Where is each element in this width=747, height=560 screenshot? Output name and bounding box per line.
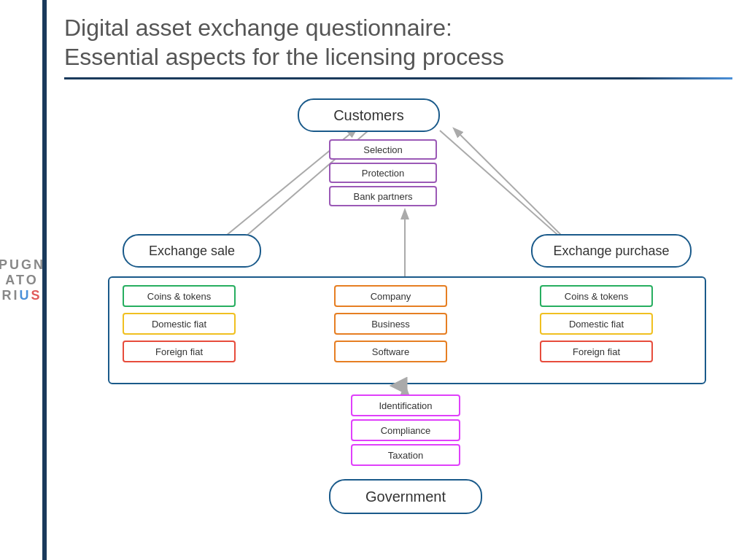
bank-partners-box: Bank partners	[329, 186, 437, 206]
header-divider	[64, 77, 732, 79]
header: Digital asset exchange questionnaire: Es…	[50, 0, 747, 85]
left-coins-tokens-label: Coins & tokens	[147, 291, 211, 302]
main-content: Digital asset exchange questionnaire: Es…	[50, 0, 747, 560]
left-items: Coins & tokens Domestic fiat Foreign fia…	[123, 285, 236, 362]
gov-subs: Identification Compliance Taxation	[351, 394, 460, 466]
left-coins-tokens-box: Coins & tokens	[123, 285, 236, 307]
page-title: Digital asset exchange questionnaire: Es…	[64, 13, 732, 71]
blue-divider-bar	[42, 0, 47, 560]
software-box: Software	[334, 341, 447, 362]
government-label: Government	[365, 489, 446, 505]
business-box: Business	[334, 313, 447, 335]
protection-box: Protection	[329, 163, 437, 183]
company-box: Company	[334, 285, 447, 307]
right-coins-tokens-label: Coins & tokens	[565, 291, 628, 302]
business-label: Business	[371, 319, 410, 330]
company-label: Company	[371, 291, 411, 302]
taxation-box: Taxation	[351, 444, 460, 466]
exchange-sale-box: Exchange sale	[123, 234, 261, 268]
left-foreign-fiat-label: Foreign fiat	[155, 346, 203, 357]
right-domestic-fiat-label: Domestic fiat	[569, 319, 624, 330]
compliance-box: Compliance	[351, 419, 460, 441]
left-domestic-fiat-label: Domestic fiat	[152, 319, 206, 330]
diagram: Customers Selection Protection Bank part…	[50, 88, 747, 533]
svg-line-1	[440, 131, 575, 250]
selection-label: Selection	[363, 144, 402, 155]
right-coins-tokens-box: Coins & tokens	[540, 285, 653, 307]
right-foreign-fiat-box: Foreign fiat	[540, 341, 653, 362]
right-items: Coins & tokens Domestic fiat Foreign fia…	[540, 285, 653, 362]
identification-label: Identification	[379, 400, 433, 411]
customers-label: Customers	[333, 107, 404, 124]
title-line1: Digital asset exchange questionnaire:	[64, 15, 452, 41]
customers-box: Customers	[298, 98, 440, 132]
customer-subs: Selection Protection Bank partners	[329, 139, 437, 206]
left-foreign-fiat-box: Foreign fiat	[123, 341, 236, 362]
software-label: Software	[372, 346, 409, 357]
logo: PUGN ATO RIUS	[0, 257, 45, 303]
compliance-label: Compliance	[381, 425, 431, 436]
right-foreign-fiat-label: Foreign fiat	[573, 346, 620, 357]
identification-box: Identification	[351, 394, 460, 416]
sidebar: PUGN ATO RIUS	[0, 0, 44, 560]
title-line2: Essential aspects for the licensing proc…	[64, 44, 504, 70]
svg-line-3	[454, 129, 575, 249]
left-domestic-fiat-box: Domestic fiat	[123, 313, 236, 335]
exchange-purchase-box: Exchange purchase	[531, 234, 692, 268]
logo-line2: ATO	[5, 273, 38, 288]
protection-label: Protection	[362, 168, 405, 179]
exchange-purchase-label: Exchange purchase	[553, 244, 669, 259]
taxation-label: Taxation	[388, 450, 423, 461]
bank-partners-label: Bank partners	[354, 191, 413, 202]
center-items: Company Business Software	[334, 285, 447, 362]
right-domestic-fiat-box: Domestic fiat	[540, 313, 653, 335]
exchange-sale-label: Exchange sale	[149, 244, 235, 259]
logo-line3: RIUS	[2, 288, 42, 303]
government-box: Government	[329, 479, 482, 514]
logo-line1: PUGN	[0, 257, 45, 273]
selection-box: Selection	[329, 139, 437, 160]
